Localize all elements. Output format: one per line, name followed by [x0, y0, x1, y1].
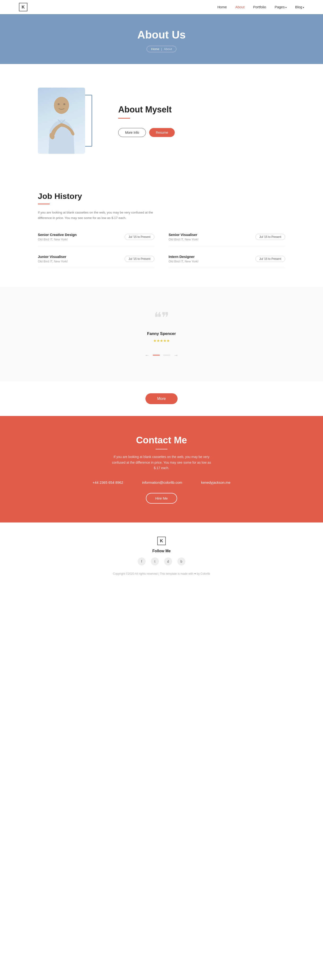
social-dribbble-icon[interactable]: d — [164, 557, 172, 565]
table-row: Junior Visualiser Old Bird IT, New York!… — [38, 255, 154, 268]
contact-website: kenedyjackson.me — [201, 480, 230, 484]
job-history-section: Job History If you are looking at blank … — [0, 177, 323, 287]
social-facebook-icon[interactable]: f — [138, 557, 146, 565]
hire-me-button[interactable]: Hire Me — [146, 493, 177, 504]
footer-logo[interactable]: K — [157, 537, 166, 545]
contact-heading: Contact Me — [38, 435, 285, 445]
nav-pages[interactable]: Pages▾ — [275, 5, 286, 9]
hero-title: About Us — [0, 29, 323, 41]
nav-home[interactable]: Home — [217, 5, 227, 9]
job-red-underline — [38, 204, 50, 204]
footer-follow-label: Follow Me — [38, 549, 285, 553]
contact-description: If you are looking at blank cassettes on… — [112, 454, 211, 471]
slider-nav: ← → — [38, 352, 285, 358]
svg-point-0 — [54, 97, 69, 114]
contact-section: Contact Me If you are looking at blank c… — [0, 416, 323, 522]
job-company: Old Bird IT, New York! — [38, 238, 77, 241]
job-item-info: Junior Visualiser Old Bird IT, New York! — [38, 255, 68, 263]
slider-dot-active — [153, 355, 160, 355]
job-period-badge: Jul '15 to Present — [125, 234, 154, 240]
svg-point-1 — [58, 103, 59, 105]
job-company: Old Bird IT, New York! — [169, 238, 198, 241]
breadcrumb-home[interactable]: Home — [151, 47, 159, 51]
nav-about[interactable]: About — [235, 5, 245, 9]
about-buttons: More Info Resume — [118, 128, 285, 137]
breadcrumb: Home | About — [147, 46, 176, 52]
nav-links: Home About Portfolio Pages▾ Blog▾ — [217, 5, 304, 9]
table-row: Senior Creative Design Old Bird IT, New … — [38, 233, 154, 246]
contact-email: information@colorlib.com — [142, 480, 182, 484]
job-company: Old Bird IT, New York! — [169, 259, 198, 263]
social-icons: f t d b — [38, 557, 285, 565]
more-section: More — [0, 382, 323, 416]
footer-copyright: Copyright ©2020 All rights reserved | Th… — [38, 572, 285, 575]
quote-icon: ❝❞ — [38, 310, 285, 325]
slider-prev-button[interactable]: ← — [145, 352, 149, 358]
job-description: If you are looking at blank cassettes on… — [38, 210, 156, 221]
about-section: About Myselt More Info Resume — [0, 64, 323, 177]
social-behance-icon[interactable]: b — [177, 557, 185, 565]
job-item-info: Senior Creative Design Old Bird IT, New … — [38, 233, 77, 241]
person-image — [38, 88, 85, 154]
svg-point-2 — [63, 103, 65, 105]
table-row: Intern Designer Old Bird IT, New York! J… — [169, 255, 285, 268]
more-button[interactable]: More — [146, 393, 177, 404]
job-item-info: Intern Designer Old Bird IT, New York! — [169, 255, 198, 263]
contact-phone: +44 2365 654 8962 — [93, 480, 123, 484]
about-image-wrapper — [38, 88, 99, 154]
resume-button[interactable]: Resume — [149, 128, 175, 137]
breadcrumb-separator: | — [161, 47, 162, 51]
slider-dot-inactive — [163, 355, 170, 355]
red-underline — [118, 118, 130, 119]
job-period-badge: Jul '15 to Present — [255, 234, 285, 240]
testimonial-section: ❝❞ Fanny Spencer ★★★★★ ← → — [0, 287, 323, 382]
contact-underline — [155, 449, 168, 450]
job-title: Intern Designer — [169, 255, 198, 259]
job-period-badge: Jul '15 to Present — [255, 256, 285, 262]
job-grid: Senior Creative Design Old Bird IT, New … — [38, 233, 285, 268]
job-history-heading: Job History — [38, 192, 285, 201]
nav-blog[interactable]: Blog▾ — [295, 5, 304, 9]
slider-next-button[interactable]: → — [174, 352, 178, 358]
navbar: K Home About Portfolio Pages▾ Blog▾ — [0, 0, 323, 14]
testimonial-name: Fanny Spencer — [38, 331, 285, 336]
testimonial-stars: ★★★★★ — [38, 339, 285, 343]
breadcrumb-current: About — [164, 47, 172, 51]
job-title: Senior Creative Design — [38, 233, 77, 237]
table-row: Senior Visualiser Old Bird IT, New York!… — [169, 233, 285, 246]
job-item-info: Senior Visualiser Old Bird IT, New York! — [169, 233, 198, 241]
footer: K Follow Me f t d b Copyright ©2020 All … — [0, 522, 323, 582]
more-info-button[interactable]: More Info — [118, 128, 146, 137]
job-title: Junior Visualiser — [38, 255, 68, 259]
job-period-badge: Jul '15 to Present — [125, 256, 154, 262]
job-title: Senior Visualiser — [169, 233, 198, 237]
nav-portfolio[interactable]: Portfolio — [253, 5, 266, 9]
contact-details: +44 2365 654 8962 information@colorlib.c… — [38, 480, 285, 484]
logo[interactable]: K — [19, 3, 27, 11]
job-company: Old Bird IT, New York! — [38, 259, 68, 263]
about-heading: About Myselt — [118, 105, 285, 115]
about-content: About Myselt More Info Resume — [118, 105, 285, 137]
social-twitter-icon[interactable]: t — [151, 557, 159, 565]
